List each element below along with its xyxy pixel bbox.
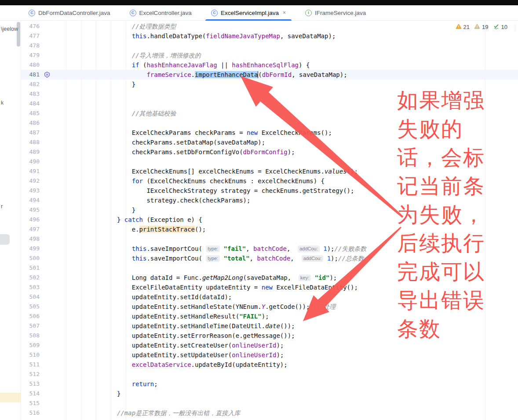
line-number[interactable]: 516: [24, 408, 40, 418]
line-number[interactable]: 495: [24, 205, 40, 215]
code-line[interactable]: 482 }: [21, 80, 518, 89]
code-line[interactable]: 506 updateEntity.setHandleResult("FAIL")…: [21, 311, 518, 321]
code-line[interactable]: 500 this.saveImportCou( type: "total", b…: [21, 253, 518, 263]
line-number[interactable]: 511: [24, 360, 40, 369]
code-line[interactable]: 516 //map是正常数据，一般没有出错，直接入库: [21, 408, 518, 418]
code-editor[interactable]: 476 //处理数据类型477 this.handleDataType(fiel…: [21, 21, 518, 420]
line-number[interactable]: 514: [24, 389, 40, 398]
line-number[interactable]: 492: [24, 176, 40, 186]
code-line[interactable]: 507 updateEntity.setHandleTime(DateUtil.…: [21, 321, 518, 331]
code-line[interactable]: 477 this.handleDataType(fieldNameJavaTyp…: [21, 31, 518, 41]
code-line[interactable]: 490: [21, 157, 518, 167]
code-line[interactable]: 505 updateEntity.setHandleState(YNEnum.Y…: [21, 302, 518, 311]
line-number[interactable]: 491: [24, 167, 40, 176]
code-line[interactable]: 480 if (hashEnhanceJavaFlag || hashEnhan…: [21, 60, 518, 70]
code-token: fieldNameJavaTypeMap: [206, 33, 280, 40]
code-text: return;: [65, 379, 158, 389]
line-number[interactable]: 478: [24, 41, 40, 51]
code-line[interactable]: 513 return;: [21, 379, 518, 389]
line-number[interactable]: 479: [24, 51, 40, 60]
code-line[interactable]: 499 this.saveImportCou( type: "fail", ba…: [21, 244, 518, 253]
code-line[interactable]: 486: [21, 118, 518, 128]
code-line[interactable]: 508 updateEntity.setErrorReason(e.getMes…: [21, 331, 518, 340]
inspections-widget[interactable]: 211910: [456, 23, 507, 31]
warning-badge[interactable]: 21: [456, 24, 470, 31]
tab-DbFormDataController.java[interactable]: CDbFormDataController.java: [22, 5, 117, 20]
line-number[interactable]: 505: [24, 302, 40, 311]
line-number[interactable]: 501: [24, 263, 40, 273]
tab-IFrameService.java[interactable]: IIFrameService.java: [299, 5, 372, 20]
code-line[interactable]: 489 checkParams.setDbFormConfigVo(dbForm…: [21, 147, 518, 157]
line-number[interactable]: 484: [24, 99, 40, 109]
line-number[interactable]: 498: [24, 234, 40, 244]
code-line[interactable]: 483: [21, 89, 518, 99]
line-number[interactable]: 504: [24, 292, 40, 302]
line-number[interactable]: 481: [24, 70, 40, 80]
line-number[interactable]: 506: [24, 311, 40, 321]
code-line[interactable]: 478: [21, 41, 518, 51]
line-number[interactable]: 494: [24, 196, 40, 205]
code-line[interactable]: 492 for (ExcelCheckEnums checkEnums : ex…: [21, 176, 518, 186]
code-line[interactable]: 501: [21, 263, 518, 273]
tab-ExcelServiceImpl.java[interactable]: CExcelServiceImpl.java×: [204, 5, 292, 20]
line-number[interactable]: 486: [24, 118, 40, 128]
code-line[interactable]: 504 updateEntity.setId(dataId);: [21, 292, 518, 302]
weak-warning-badge[interactable]: 19: [474, 24, 488, 31]
line-number[interactable]: 497: [24, 224, 40, 234]
line-number[interactable]: 482: [24, 80, 40, 89]
code-token: excelDataService: [132, 361, 191, 368]
code-line[interactable]: 484: [21, 99, 518, 109]
code-line[interactable]: 503 ExcelFileDataEntity updateEntity = n…: [21, 282, 518, 292]
line-number[interactable]: 509: [24, 340, 40, 350]
code-line[interactable]: 510 updateEntity.setUpdateUser(onlineUse…: [21, 350, 518, 360]
code-line[interactable]: 511 excelDataService.updateById(updateEn…: [21, 360, 518, 369]
line-number[interactable]: 476: [24, 22, 40, 31]
line-number[interactable]: 503: [24, 282, 40, 292]
code-line[interactable]: 491 ExcelCheckEnums[] excelCheckEnums = …: [21, 167, 518, 176]
code-token: [65, 33, 132, 40]
line-number[interactable]: 499: [24, 244, 40, 253]
code-line[interactable]: 498: [21, 234, 518, 244]
line-number[interactable]: 487: [24, 128, 40, 138]
line-number[interactable]: 507: [24, 321, 40, 331]
line-number[interactable]: 485: [24, 109, 40, 118]
line-number[interactable]: 490: [24, 157, 40, 167]
code-line[interactable]: 512: [21, 369, 518, 379]
tab-ExcelController.java[interactable]: CExcelController.java: [123, 5, 198, 20]
code-line[interactable]: 476 //处理数据类型: [21, 22, 518, 31]
code-line[interactable]: 481 frameService.importEnhanceData(dbFor…: [21, 70, 518, 80]
code-line[interactable]: 514 }: [21, 389, 518, 398]
code-line[interactable]: 497 e.printStackTrace();: [21, 224, 518, 234]
line-number[interactable]: 477: [24, 31, 40, 41]
code-line[interactable]: 487 ExcelCheckParams checkParams = new E…: [21, 128, 518, 138]
close-icon[interactable]: ×: [283, 10, 286, 15]
line-number[interactable]: 500: [24, 253, 40, 263]
line-number[interactable]: 483: [24, 89, 40, 99]
line-number[interactable]: 488: [24, 138, 40, 147]
code-line[interactable]: 495 }: [21, 205, 518, 215]
code-line[interactable]: 488 checkParams.setDataMap(saveDataMap);: [21, 138, 518, 147]
line-number[interactable]: 480: [24, 60, 40, 70]
line-number[interactable]: 510: [24, 350, 40, 360]
line-number[interactable]: 502: [24, 273, 40, 282]
code-line[interactable]: 493 IExcelCheckStrategy strategy = check…: [21, 186, 518, 196]
line-number[interactable]: 513: [24, 379, 40, 389]
code-line[interactable]: 515: [21, 398, 518, 408]
code-line[interactable]: 494 strategy.check(checkParams);: [21, 196, 518, 205]
line-number[interactable]: 493: [24, 186, 40, 196]
gutter-icon[interactable]: [44, 72, 50, 78]
code-line[interactable]: 502 Long dataId = Func.getMap2Long(saveD…: [21, 273, 518, 282]
code-token: "id": [315, 274, 330, 281]
line-number[interactable]: 489: [24, 147, 40, 157]
code-line[interactable]: 496 } catch (Exception e) {: [21, 215, 518, 224]
code-line[interactable]: 485 //其他基础校验: [21, 109, 518, 118]
code-token: batchCode: [253, 245, 287, 252]
line-number[interactable]: 512: [24, 369, 40, 379]
typos-badge[interactable]: 10: [493, 23, 507, 31]
line-number[interactable]: 508: [24, 331, 40, 340]
line-number[interactable]: 515: [24, 398, 40, 408]
code-line[interactable]: 479 //导入增强，增强修改的: [21, 51, 518, 60]
code-line[interactable]: 509 updateEntity.setCreateUser(onlineUse…: [21, 340, 518, 350]
line-number[interactable]: 496: [24, 215, 40, 224]
code-token: ExcelCheckEnums[] excelCheckEnums = Exce…: [65, 168, 325, 175]
